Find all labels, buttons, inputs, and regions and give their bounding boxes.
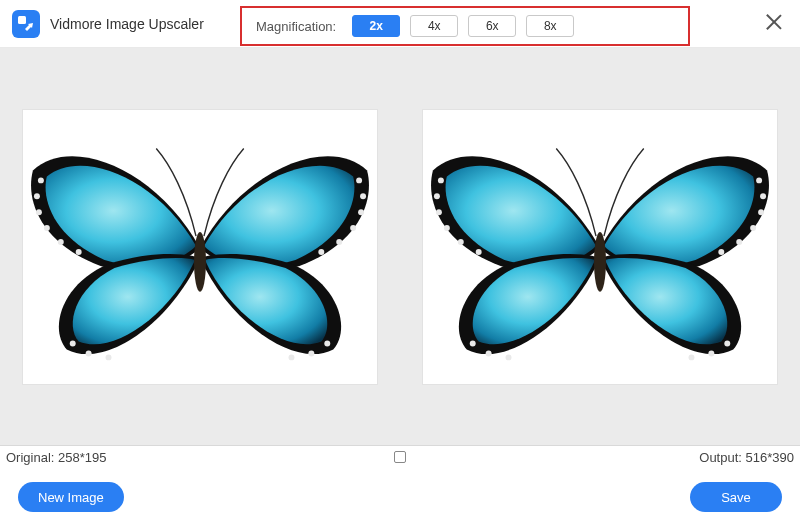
link-toggle-icon[interactable] bbox=[394, 451, 406, 463]
svg-point-5 bbox=[58, 239, 64, 245]
svg-point-16 bbox=[324, 340, 330, 346]
app-logo bbox=[12, 10, 40, 38]
svg-point-19 bbox=[194, 232, 206, 292]
svg-point-20 bbox=[438, 177, 444, 183]
output-size-label: Output: 516*390 bbox=[699, 450, 794, 465]
upscale-icon bbox=[17, 15, 35, 33]
original-size-label: Original: 258*195 bbox=[6, 450, 107, 465]
magnification-option-2x[interactable]: 2x bbox=[352, 15, 400, 37]
image-compare-area bbox=[0, 48, 800, 446]
svg-point-6 bbox=[76, 248, 82, 254]
svg-point-7 bbox=[356, 177, 362, 183]
svg-point-8 bbox=[360, 193, 366, 199]
svg-point-1 bbox=[38, 177, 44, 183]
butterfly-image-original bbox=[23, 109, 377, 385]
svg-point-17 bbox=[308, 350, 314, 356]
svg-point-4 bbox=[44, 225, 50, 231]
magnification-option-4x[interactable]: 4x bbox=[410, 15, 458, 37]
svg-point-27 bbox=[760, 193, 766, 199]
svg-point-2 bbox=[34, 193, 40, 199]
svg-point-31 bbox=[718, 248, 724, 254]
svg-point-14 bbox=[86, 350, 92, 356]
svg-point-15 bbox=[106, 354, 112, 360]
svg-point-30 bbox=[736, 239, 742, 245]
magnification-option-8x[interactable]: 8x bbox=[526, 15, 574, 37]
svg-point-33 bbox=[486, 350, 492, 356]
app-title: Vidmore Image Upscaler bbox=[50, 16, 204, 32]
svg-point-38 bbox=[594, 232, 606, 292]
footer: New Image Save bbox=[0, 468, 800, 526]
svg-point-21 bbox=[434, 193, 440, 199]
svg-point-12 bbox=[318, 248, 324, 254]
svg-rect-0 bbox=[18, 16, 26, 24]
svg-point-28 bbox=[758, 209, 764, 215]
new-image-button[interactable]: New Image bbox=[18, 482, 124, 512]
svg-point-34 bbox=[506, 354, 512, 360]
svg-point-29 bbox=[750, 225, 756, 231]
svg-point-32 bbox=[470, 340, 476, 346]
svg-point-9 bbox=[358, 209, 364, 215]
svg-point-37 bbox=[689, 354, 695, 360]
original-image-panel bbox=[22, 109, 378, 385]
svg-point-25 bbox=[476, 248, 482, 254]
magnification-option-6x[interactable]: 6x bbox=[468, 15, 516, 37]
svg-point-18 bbox=[289, 354, 295, 360]
svg-point-13 bbox=[70, 340, 76, 346]
svg-point-3 bbox=[36, 209, 42, 215]
svg-point-26 bbox=[756, 177, 762, 183]
magnification-label: Magnification: bbox=[256, 19, 336, 34]
status-bar: Original: 258*195 Output: 516*390 bbox=[0, 446, 800, 468]
svg-point-23 bbox=[444, 225, 450, 231]
svg-point-36 bbox=[708, 350, 714, 356]
svg-point-35 bbox=[724, 340, 730, 346]
save-button[interactable]: Save bbox=[690, 482, 782, 512]
header: Vidmore Image Upscaler Magnification: 2x… bbox=[0, 0, 800, 48]
svg-point-11 bbox=[336, 239, 342, 245]
close-icon[interactable] bbox=[764, 12, 784, 32]
svg-point-10 bbox=[350, 225, 356, 231]
output-image-panel bbox=[422, 109, 778, 385]
svg-point-24 bbox=[458, 239, 464, 245]
svg-point-22 bbox=[436, 209, 442, 215]
magnification-group: Magnification: 2x 4x 6x 8x bbox=[240, 6, 690, 46]
butterfly-image-output bbox=[423, 109, 777, 385]
